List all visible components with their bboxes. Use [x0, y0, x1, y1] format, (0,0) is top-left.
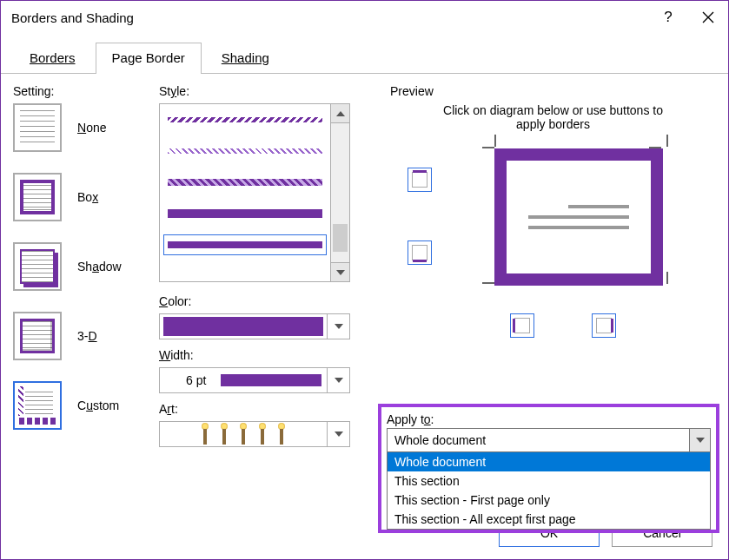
dialog-title: Borders and Shading — [11, 10, 134, 25]
scroll-down-button[interactable] — [331, 262, 349, 281]
torch-icon — [238, 423, 249, 445]
preview-page[interactable] — [494, 148, 663, 286]
apply-to-dropdown[interactable]: Whole document — [387, 428, 711, 452]
width-value: 6 pt — [160, 373, 221, 387]
chevron-down-icon — [689, 429, 710, 451]
help-icon: ? — [664, 9, 672, 26]
art-label: Art: — [159, 402, 373, 416]
torch-icon — [276, 423, 287, 445]
setting-option-shadow[interactable]: Shadow — [13, 242, 159, 291]
chevron-down-icon — [327, 314, 349, 339]
setting-option-label: 3-D — [77, 329, 97, 343]
setting-option-label: Custom — [77, 399, 119, 412]
setting-option-label: Shadow — [77, 260, 122, 273]
setting-option-box[interactable]: Box — [13, 173, 159, 221]
color-label: Color: — [159, 294, 373, 308]
apply-to-selected: Whole document — [388, 433, 689, 447]
close-icon — [702, 11, 714, 23]
style-scrollbar[interactable] — [330, 104, 349, 281]
apply-to-option[interactable]: Whole document — [388, 452, 710, 471]
art-preview — [160, 423, 327, 445]
border-left-button[interactable] — [510, 313, 534, 338]
setting-option-label: Box — [77, 190, 98, 204]
help-button[interactable]: ? — [648, 1, 688, 34]
tab-shading[interactable]: Shading — [205, 43, 286, 74]
borders-shading-dialog: Borders and Shading ? Borders Page Borde… — [0, 0, 729, 560]
border-bottom-button[interactable] — [408, 240, 432, 265]
torch-icon — [257, 423, 268, 445]
style-item[interactable] — [163, 234, 327, 255]
titlebar: Borders and Shading ? — [1, 1, 728, 34]
width-dropdown[interactable]: 6 pt — [159, 367, 350, 393]
style-item[interactable] — [163, 203, 327, 224]
preview-label: Preview — [390, 84, 716, 98]
tab-page-border[interactable]: Page Border — [96, 43, 202, 74]
apply-to-option[interactable]: This section - All except first page — [388, 510, 710, 529]
setting-label: Setting: — [13, 84, 159, 98]
scroll-track[interactable] — [331, 123, 349, 262]
style-label: Style: — [159, 84, 373, 98]
apply-to-options: Whole document This section This section… — [387, 452, 711, 530]
tab-strip: Borders Page Border Shading — [1, 34, 728, 74]
torch-icon — [219, 423, 229, 445]
setting-option-label: None — [77, 121, 106, 135]
setting-option-none[interactable]: None — [13, 103, 159, 152]
style-listbox[interactable] — [159, 103, 350, 282]
apply-to-section: Apply to: Whole document Whole document … — [378, 404, 719, 533]
width-label: Width: — [159, 348, 373, 362]
apply-to-option[interactable]: This section — [388, 471, 710, 491]
style-item[interactable] — [163, 172, 327, 193]
setting-section: Setting: None Box Shadow 3-D — [13, 74, 159, 559]
scroll-up-button[interactable] — [331, 104, 349, 123]
setting-option-3d[interactable]: 3-D — [13, 312, 159, 360]
style-section: Style: — [159, 74, 373, 559]
apply-to-option[interactable]: This section - First page only — [388, 491, 710, 510]
chevron-down-icon — [327, 368, 349, 392]
apply-to-label: Apply to: — [387, 412, 711, 426]
torch-icon — [200, 423, 210, 445]
art-dropdown[interactable] — [159, 421, 350, 447]
width-swatch — [221, 374, 321, 386]
style-item[interactable] — [163, 109, 327, 130]
tab-borders[interactable]: Borders — [13, 43, 92, 74]
close-button[interactable] — [688, 1, 728, 34]
chevron-down-icon — [327, 422, 349, 446]
preview-instruction: Click on diagram below or use buttons to… — [432, 103, 675, 131]
scroll-thumb[interactable] — [333, 224, 348, 252]
color-swatch — [163, 317, 323, 336]
setting-option-custom[interactable]: Custom — [13, 381, 159, 430]
style-item[interactable] — [163, 141, 327, 161]
border-right-button[interactable] — [592, 313, 616, 338]
color-dropdown[interactable] — [159, 313, 350, 339]
border-top-button[interactable] — [408, 168, 432, 192]
